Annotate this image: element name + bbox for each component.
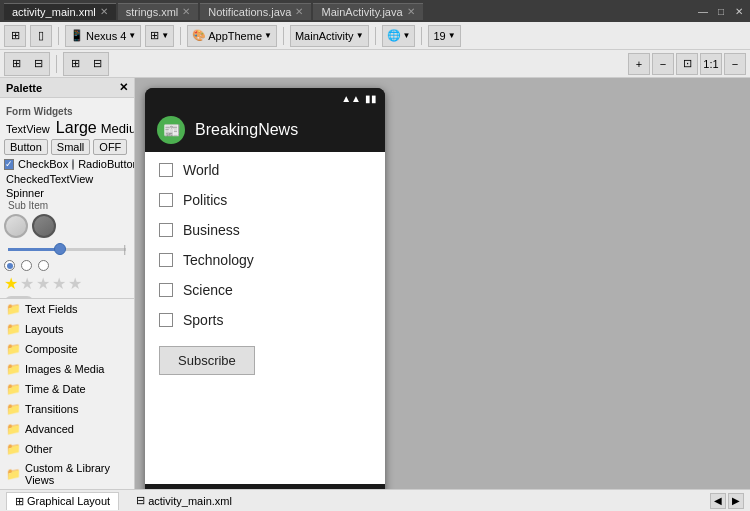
separator <box>58 27 59 45</box>
list-item-science[interactable]: Science <box>159 282 371 298</box>
checkbox-technology[interactable] <box>159 253 173 267</box>
seekbar-widget[interactable]: | <box>4 241 130 257</box>
palette-header: Palette ✕ <box>0 78 134 98</box>
toolbar-1: ⊞ ▯ 📱 Nexus 4 ▼ ⊞ ▼ 🎨 AppTheme ▼ MainAct… <box>0 22 750 50</box>
graphical-layout-tab-icon: ⊞ <box>15 495 24 508</box>
zoom-100-button[interactable]: 1:1 <box>700 53 722 75</box>
zoom-fit-button[interactable]: ⊡ <box>676 53 698 75</box>
palette-close-icon[interactable]: ✕ <box>119 81 128 94</box>
tab-notifications-java[interactable]: Notifications.java ✕ <box>200 3 311 20</box>
dial-widget-dark[interactable] <box>32 214 56 238</box>
separator <box>375 27 376 45</box>
theme-selector[interactable]: 🎨 AppTheme ▼ <box>187 25 277 47</box>
knob-row <box>4 214 130 238</box>
radio-widget[interactable] <box>72 159 74 170</box>
category-images-media[interactable]: 📁 Images & Media <box>0 359 134 379</box>
spinner-widget[interactable]: Spinner <box>4 186 130 200</box>
layout-btn-2[interactable]: ⊟ <box>86 53 108 75</box>
textview-medium[interactable]: Medium <box>101 121 134 136</box>
phone-mockup: ▲▲ ▮▮ 📰 BreakingNews World Politics <box>145 88 385 489</box>
folder-icon: 📁 <box>6 342 21 356</box>
category-composite[interactable]: 📁 Composite <box>0 339 134 359</box>
checkbox-science[interactable] <box>159 283 173 297</box>
category-layouts[interactable]: 📁 Layouts <box>0 319 134 339</box>
list-item-sports[interactable]: Sports <box>159 312 371 328</box>
close-tab-icon[interactable]: ✕ <box>100 6 108 17</box>
checkbox-politics[interactable] <box>159 193 173 207</box>
separator <box>283 27 284 45</box>
category-transitions[interactable]: 📁 Transitions <box>0 399 134 419</box>
small-button-widget[interactable]: Small <box>51 139 91 155</box>
list-item-politics[interactable]: Politics <box>159 192 371 208</box>
palette-categories: 📁 Text Fields 📁 Layouts 📁 Composite 📁 Im… <box>0 298 134 489</box>
tab-activity-main-xml[interactable]: activity_main.xml ✕ <box>4 3 116 20</box>
dial-widget-light[interactable] <box>4 214 28 238</box>
scroll-left-button[interactable]: ◀ <box>710 493 726 509</box>
slider-thumb[interactable] <box>54 243 66 255</box>
category-custom-library[interactable]: 📁 Custom & Library Views <box>0 459 134 489</box>
tab-strings-xml[interactable]: strings.xml ✕ <box>118 3 199 20</box>
graphical-view-btn[interactable]: ⊞ <box>5 53 27 75</box>
layout-btn-1[interactable]: ⊞ <box>64 53 86 75</box>
folder-icon: 📁 <box>6 382 21 396</box>
star-3: ★ <box>36 274 50 293</box>
radio-inner-fill <box>7 263 13 269</box>
bottom-bar: ⊞ Graphical Layout ⊟ activity_main.xml ◀… <box>0 489 750 511</box>
api-selector[interactable]: ⊞ ▼ <box>145 25 174 47</box>
star-5: ★ <box>68 274 82 293</box>
category-other[interactable]: 📁 Other <box>0 439 134 459</box>
checkbox-business[interactable] <box>159 223 173 237</box>
button-widget[interactable]: Button <box>4 139 48 155</box>
subscribe-button[interactable]: Subscribe <box>159 346 255 375</box>
off-button-widget[interactable]: OFF <box>93 139 127 155</box>
window-controls: — □ ✕ <box>696 4 746 18</box>
checkbox-sports[interactable] <box>159 313 173 327</box>
title-bar: activity_main.xml ✕ strings.xml ✕ Notifi… <box>0 0 750 22</box>
activity-selector[interactable]: MainActivity ▼ <box>290 25 369 47</box>
scroll-arrows: ◀ ▶ <box>710 493 744 509</box>
device-selector[interactable]: 📱 Nexus 4 ▼ <box>65 25 141 47</box>
battery-icon: ▮▮ <box>365 93 377 104</box>
api-level-selector[interactable]: 19 ▼ <box>428 25 460 47</box>
close-tab-icon[interactable]: ✕ <box>407 6 415 17</box>
list-item-world[interactable]: World <box>159 162 371 178</box>
radio-group-widget <box>4 260 130 271</box>
radio-unselected-2[interactable] <box>38 260 49 271</box>
category-time-date[interactable]: 📁 Time & Date <box>0 379 134 399</box>
rating-bar-widget[interactable]: ★ ★ ★ ★ ★ <box>4 274 130 293</box>
category-advanced[interactable]: 📁 Advanced <box>0 419 134 439</box>
folder-icon: 📁 <box>6 422 21 436</box>
checkbox-widget[interactable]: ✓ <box>4 159 14 170</box>
checkbox-world[interactable] <box>159 163 173 177</box>
bottom-tab-xml[interactable]: ⊟ activity_main.xml <box>127 491 241 510</box>
zoom-out-button[interactable]: − <box>652 53 674 75</box>
scroll-right-button[interactable]: ▶ <box>728 493 744 509</box>
minimize-button[interactable]: — <box>696 4 710 18</box>
radio-unselected-1[interactable] <box>21 260 32 271</box>
separator <box>180 27 181 45</box>
tab-main-activity-java[interactable]: MainActivity.java ✕ <box>313 3 422 20</box>
bottom-tab-graphical-layout[interactable]: ⊞ Graphical Layout <box>6 492 119 510</box>
zoom-in-button[interactable]: + <box>628 53 650 75</box>
maximize-button[interactable]: □ <box>714 4 728 18</box>
zoom-out-button-2[interactable]: − <box>724 53 746 75</box>
list-item-technology[interactable]: Technology <box>159 252 371 268</box>
locale-selector[interactable]: 🌐 ▼ <box>382 25 416 47</box>
textview-large[interactable]: Large <box>56 119 97 137</box>
star-4: ★ <box>52 274 66 293</box>
textview-label[interactable]: TextView <box>4 122 52 136</box>
close-button[interactable]: ✕ <box>732 4 746 18</box>
main-area: Palette ✕ Form Widgets TextView Large Me… <box>0 78 750 489</box>
layout-toggle-btn[interactable]: ⊞ <box>4 25 26 47</box>
separator <box>421 27 422 45</box>
list-item-business[interactable]: Business <box>159 222 371 238</box>
close-tab-icon[interactable]: ✕ <box>295 6 303 17</box>
close-tab-icon[interactable]: ✕ <box>182 6 190 17</box>
checked-textview-widget[interactable]: CheckedTextView <box>4 172 130 186</box>
portrait-btn[interactable]: ▯ <box>30 25 52 47</box>
xml-view-btn[interactable]: ⊟ <box>27 53 49 75</box>
category-text-fields[interactable]: 📁 Text Fields <box>0 299 134 319</box>
radio-selected[interactable] <box>4 260 15 271</box>
chevron-down-icon: ▼ <box>128 31 136 40</box>
folder-icon: 📁 <box>6 442 21 456</box>
